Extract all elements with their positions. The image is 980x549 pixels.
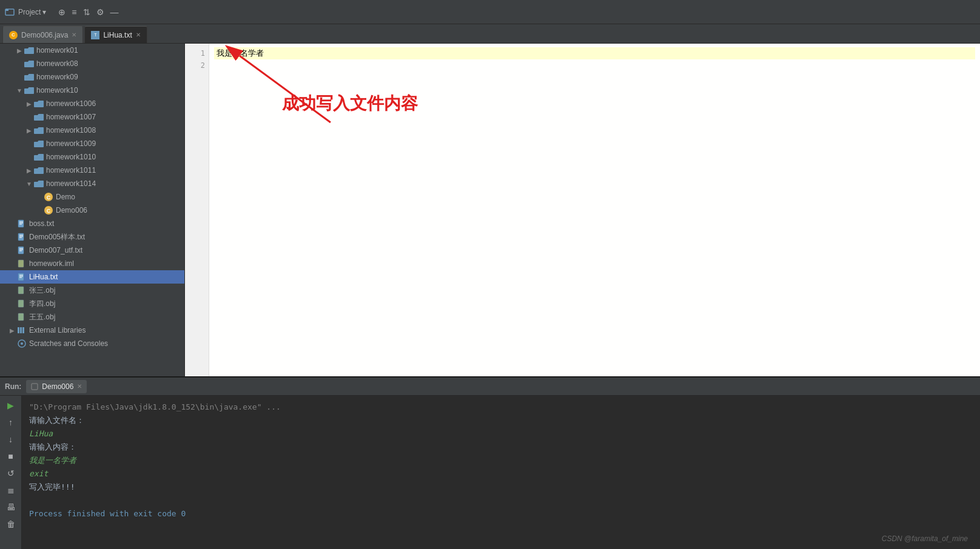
scratches-icon: [17, 340, 27, 347]
sidebar-item-boss-txt[interactable]: boss.txt: [0, 217, 184, 230]
line-number-2: 2: [185, 59, 205, 72]
sidebar-item-homework10[interactable]: ▼homework10: [0, 84, 184, 97]
titlebar-scope-icon[interactable]: ⊕: [58, 7, 65, 17]
folder-icon: [24, 87, 34, 94]
folder-icon: [34, 140, 44, 147]
txt-file-icon: T: [91, 31, 99, 39]
console-line: exit: [29, 467, 973, 481]
tree-item-label: homework01: [36, 46, 78, 55]
footer-item-label: External Libraries: [29, 326, 86, 334]
svg-rect-14: [18, 247, 24, 254]
console-output[interactable]: "D:\Program Files\Java\jdk1.8.0_152\bin\…: [22, 396, 980, 549]
tree-item-label: homework1008: [46, 126, 96, 135]
sidebar-item-homework08[interactable]: homework08: [0, 57, 184, 70]
sidebar-item-homework1009[interactable]: homework1009: [0, 137, 184, 150]
sidebar-item-LiHua-txt[interactable]: LiHua.txt: [0, 270, 184, 284]
tab-lihua[interactable]: T LiHua.txt ✕: [84, 26, 147, 43]
run-tab[interactable]: Demo006 ✕: [26, 380, 87, 393]
svg-rect-25: [18, 313, 24, 321]
sidebar-footer-Scratches-and-Consoles[interactable]: Scratches and Consoles: [0, 337, 184, 350]
titlebar-settings-icon[interactable]: ⚙: [96, 7, 104, 17]
sidebar-item-homework1014[interactable]: ▼homework1014: [0, 177, 184, 190]
svg-rect-28: [22, 327, 24, 333]
svg-text:C: C: [47, 208, 51, 214]
run-button[interactable]: ▶: [4, 398, 18, 413]
titlebar-minimize-icon[interactable]: —: [110, 7, 119, 17]
sidebar-item-homework1007[interactable]: homework1007: [0, 110, 184, 124]
scroll-down-button[interactable]: ↓: [4, 432, 18, 447]
tree-item-label: LiHua.txt: [29, 273, 58, 281]
tree-item-label: 王五.obj: [29, 312, 55, 322]
sidebar-item----obj[interactable]: 王五.obj: [0, 310, 184, 324]
tree-item-label: 李四.obj: [29, 299, 55, 309]
stop-button[interactable]: ■: [4, 449, 18, 464]
titlebar-list-icon[interactable]: ≡: [72, 7, 76, 17]
sidebar-item-homework1010[interactable]: homework1010: [0, 150, 184, 164]
line-number-1: 1: [185, 47, 205, 59]
tree-item-label: boss.txt: [29, 219, 54, 228]
run-tab-close[interactable]: ✕: [77, 383, 82, 390]
sidebar-item-Demo005---txt[interactable]: Demo005样本.txt: [0, 230, 184, 244]
sidebar-item-homework1006[interactable]: ▶homework1006: [0, 97, 184, 110]
tab-demo006-label: Demo006.java: [21, 31, 68, 39]
tree-arrow-icon: ▶: [24, 101, 34, 107]
folder-icon: [34, 167, 44, 174]
titlebar-project[interactable]: Project ▾ ⊕ ≡ ⇅ ⚙ —: [5, 7, 119, 17]
sidebar-item----obj[interactable]: 李四.obj: [0, 297, 184, 310]
txt-icon: [17, 233, 27, 241]
sidebar-item-Demo007-utf-txt[interactable]: Demo007_utf.txt: [0, 244, 184, 257]
project-icon: [5, 7, 15, 17]
code-area[interactable]: 我是一名学者: [209, 44, 980, 376]
print-button[interactable]: 🖶: [4, 500, 18, 514]
sidebar-item-homework-iml[interactable]: homework.iml: [0, 257, 184, 270]
run-label: Run:: [5, 382, 21, 391]
tree-item-label: Demo007_utf.txt: [29, 246, 82, 255]
folder-icon: [34, 153, 44, 161]
tree-arrow-icon: ▶: [24, 167, 34, 174]
clear-button[interactable]: 🗑: [4, 517, 18, 531]
svg-rect-1: [5, 9, 8, 11]
tab-lihua-label: LiHua.txt: [103, 31, 132, 39]
sidebar-footer-External-Libraries[interactable]: ▶External Libraries: [0, 324, 184, 337]
sidebar-item-Demo006[interactable]: CDemo006: [0, 204, 184, 217]
bottom-toolbar: ▶ ↑ ↓ ■ ↺ ≣ 🖶 🗑: [0, 396, 22, 549]
tree-item-label: Demo: [56, 193, 75, 201]
tree-item-label: homework1006: [46, 99, 96, 108]
rerun-button[interactable]: ↺: [4, 466, 18, 481]
txt-icon: [17, 220, 27, 227]
svg-rect-26: [18, 327, 19, 333]
txt-icon: [17, 273, 27, 281]
code-line-1: 我是一名学者: [214, 47, 975, 59]
sidebar-item-homework09[interactable]: homework09: [0, 70, 184, 84]
tree-item-label: homework1011: [46, 166, 96, 175]
sidebar-item-Demo[interactable]: CDemo: [0, 190, 184, 204]
dump-threads-button[interactable]: ≣: [4, 483, 18, 497]
tab-demo006[interactable]: C Demo006.java ✕: [2, 26, 83, 43]
svg-text:C: C: [47, 195, 51, 201]
run-tab-label: Demo006: [42, 382, 73, 391]
tab-bar: C Demo006.java ✕ T LiHua.txt ✕: [0, 24, 980, 44]
main-area: ▶homework01homework08homework09▼homework…: [0, 44, 980, 376]
tree-item-label: Demo005样本.txt: [29, 232, 85, 242]
svg-rect-6: [18, 220, 24, 227]
sidebar-item-homework1011[interactable]: ▶homework1011: [0, 164, 184, 177]
editor-area: 1 2 我是一名学者 成功写入文件内容: [185, 44, 980, 376]
tree-item-label: homework08: [36, 59, 78, 68]
tab-demo006-close[interactable]: ✕: [72, 32, 76, 38]
console-line: [29, 494, 973, 507]
java-icon: C: [44, 193, 53, 201]
code-line-2: [214, 61, 219, 70]
java-icon: C: [44, 207, 53, 214]
folder-icon: [34, 127, 44, 134]
titlebar-sort-icon[interactable]: ⇅: [83, 7, 90, 17]
tree-arrow-icon: ▶: [15, 47, 24, 54]
sidebar: ▶homework01homework08homework09▼homework…: [0, 44, 185, 376]
editor-content: 1 2 我是一名学者: [185, 44, 980, 376]
sidebar-item-homework1008[interactable]: ▶homework1008: [0, 124, 184, 137]
sidebar-item-homework01[interactable]: ▶homework01: [0, 44, 184, 57]
tab-lihua-close[interactable]: ✕: [136, 32, 141, 38]
scroll-up-button[interactable]: ↑: [4, 415, 18, 430]
sidebar-item----obj[interactable]: 张三.obj: [0, 284, 184, 297]
project-dropdown[interactable]: Project ▾: [18, 8, 46, 16]
footer-item-label: Scratches and Consoles: [29, 339, 108, 348]
